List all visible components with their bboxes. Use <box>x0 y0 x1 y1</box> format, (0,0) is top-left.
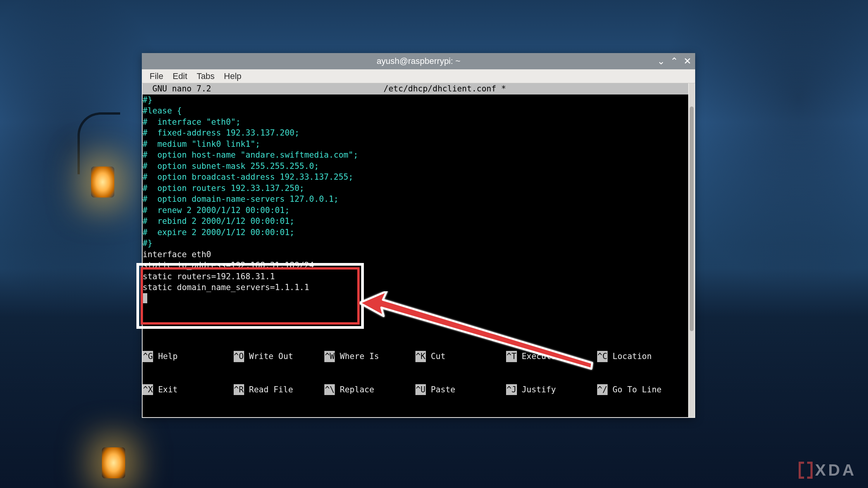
menubar: File Edit Tabs Help <box>142 69 695 83</box>
terminal[interactable]: GNU nano 7.2 /etc/dhcp/dhclient.conf * #… <box>143 83 688 417</box>
shortcut-row: ^XExit ^RRead File ^\Replace ^UPaste ^JJ… <box>143 384 688 395</box>
logo-bracket-icon <box>799 462 813 479</box>
menu-tabs[interactable]: Tabs <box>193 70 218 83</box>
shortcut-writeout: ^OWrite Out <box>234 351 325 362</box>
shortcut-help: ^GHelp <box>143 351 234 362</box>
shortcut-exit: ^XExit <box>143 384 234 395</box>
editor-line: # option broadcast-address 192.33.137.25… <box>143 172 688 183</box>
menu-file[interactable]: File <box>146 70 167 83</box>
wallpaper-lantern <box>91 167 114 198</box>
xda-logo: XDA <box>799 461 856 479</box>
window-titlebar[interactable]: ayush@raspberrypi: ~ ⌄ ⌃ ✕ <box>142 53 695 69</box>
nano-footer: ^GHelp ^OWrite Out ^WWhere Is ^KCut ^TEx… <box>143 329 688 417</box>
terminal-wrap: GNU nano 7.2 /etc/dhcp/dhclient.conf * #… <box>142 83 695 418</box>
editor-line: # option subnet-mask 255.255.255.0; <box>143 161 688 172</box>
editor-line: # option domain-name-servers 127.0.0.1; <box>143 194 688 205</box>
shortcut-cut: ^KCut <box>415 351 506 362</box>
shortcut-execute: ^TExecute <box>506 351 597 362</box>
editor-line: # expire 2 2000/1/12 00:00:01; <box>143 227 688 238</box>
editor-line: static domain_name_servers=1.1.1.1 <box>143 282 688 293</box>
editor-cursor-line <box>143 293 688 304</box>
editor-line: # renew 2 2000/1/12 00:00:01; <box>143 205 688 216</box>
editor-line: # interface "eth0"; <box>143 117 688 128</box>
editor-line: #lease { <box>143 105 688 117</box>
shortcut-location: ^CLocation <box>597 351 688 362</box>
editor-line: interface eth0 <box>143 249 688 260</box>
shortcut-replace: ^\Replace <box>324 384 415 395</box>
wallpaper-pole <box>78 112 120 174</box>
minimize-icon[interactable]: ⌄ <box>657 57 665 66</box>
nano-header: GNU nano 7.2 /etc/dhcp/dhclient.conf * <box>143 83 688 95</box>
shortcut-paste: ^UPaste <box>415 384 506 395</box>
scrollbar[interactable] <box>689 83 694 417</box>
close-icon[interactable]: ✕ <box>684 57 691 66</box>
terminal-window: ayush@raspberrypi: ~ ⌄ ⌃ ✕ File Edit Tab… <box>142 53 695 418</box>
shortcut-whereis: ^WWhere Is <box>324 351 415 362</box>
scrollbar-thumb[interactable] <box>690 107 694 331</box>
editor-body[interactable]: #}#lease {# interface "eth0";# fixed-add… <box>143 95 688 304</box>
shortcut-readfile: ^RRead File <box>234 384 325 395</box>
nano-app-name: GNU nano 7.2 <box>143 83 211 95</box>
shortcut-row: ^GHelp ^OWrite Out ^WWhere Is ^KCut ^TEx… <box>143 351 688 362</box>
shortcut-justify: ^JJustify <box>506 384 597 395</box>
editor-line: #} <box>143 95 688 106</box>
editor-line: static ip_address=192.168.31.189/24 <box>143 260 688 271</box>
editor-line: static routers=192.168.31.1 <box>143 271 688 282</box>
editor-line: # fixed-address 192.33.137.200; <box>143 127 688 139</box>
menu-edit[interactable]: Edit <box>169 70 191 83</box>
menu-help[interactable]: Help <box>220 70 245 83</box>
maximize-icon[interactable]: ⌃ <box>670 57 678 66</box>
editor-line: # option host-name "andare.swiftmedia.co… <box>143 149 688 161</box>
editor-line: # option routers 192.33.137.250; <box>143 183 688 194</box>
window-controls: ⌄ ⌃ ✕ <box>657 53 691 69</box>
cursor-icon <box>143 293 147 303</box>
nano-filepath: /etc/dhcp/dhclient.conf * <box>211 83 679 95</box>
editor-line: #} <box>143 238 688 249</box>
logo-text: XDA <box>815 461 856 479</box>
editor-line: # medium "link0 link1"; <box>143 139 688 150</box>
wallpaper-lantern-reflection <box>102 447 125 478</box>
editor-line: # rebind 2 2000/1/12 00:00:01; <box>143 216 688 227</box>
window-title: ayush@raspberrypi: ~ <box>377 56 460 66</box>
shortcut-gotoline: ^/Go To Line <box>597 384 688 395</box>
